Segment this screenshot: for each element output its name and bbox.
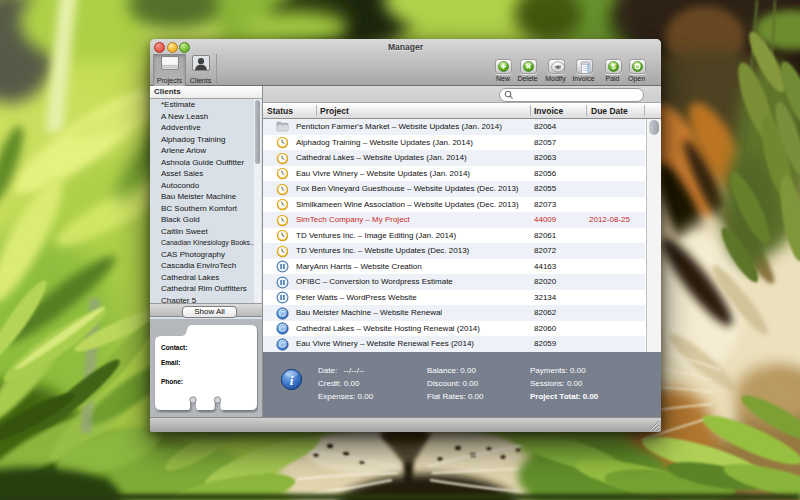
svg-text:@: @ xyxy=(278,339,287,349)
svg-text:@: @ xyxy=(278,308,287,318)
svg-text:@: @ xyxy=(278,324,287,334)
svg-text:$: $ xyxy=(611,62,615,71)
svg-text:i: i xyxy=(289,372,293,387)
